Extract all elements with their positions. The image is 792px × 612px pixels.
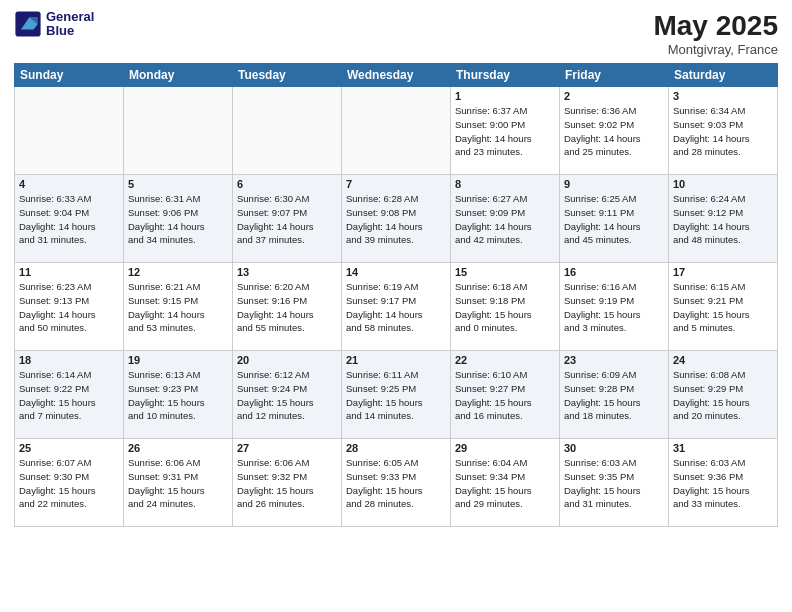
table-row: 14Sunrise: 6:19 AM Sunset: 9:17 PM Dayli…	[342, 263, 451, 351]
day-info: Sunrise: 6:11 AM Sunset: 9:25 PM Dayligh…	[346, 368, 446, 423]
day-number: 12	[128, 266, 228, 278]
table-row: 27Sunrise: 6:06 AM Sunset: 9:32 PM Dayli…	[233, 439, 342, 527]
table-row: 24Sunrise: 6:08 AM Sunset: 9:29 PM Dayli…	[669, 351, 778, 439]
table-row: 31Sunrise: 6:03 AM Sunset: 9:36 PM Dayli…	[669, 439, 778, 527]
day-number: 9	[564, 178, 664, 190]
day-number: 17	[673, 266, 773, 278]
day-info: Sunrise: 6:24 AM Sunset: 9:12 PM Dayligh…	[673, 192, 773, 247]
day-number: 3	[673, 90, 773, 102]
day-number: 29	[455, 442, 555, 454]
day-info: Sunrise: 6:18 AM Sunset: 9:18 PM Dayligh…	[455, 280, 555, 335]
month-year: May 2025	[653, 10, 778, 42]
day-info: Sunrise: 6:10 AM Sunset: 9:27 PM Dayligh…	[455, 368, 555, 423]
logo-icon	[14, 10, 42, 38]
calendar-week-row: 1Sunrise: 6:37 AM Sunset: 9:00 PM Daylig…	[15, 87, 778, 175]
col-sunday: Sunday	[15, 64, 124, 87]
col-tuesday: Tuesday	[233, 64, 342, 87]
day-number: 24	[673, 354, 773, 366]
day-number: 15	[455, 266, 555, 278]
day-info: Sunrise: 6:13 AM Sunset: 9:23 PM Dayligh…	[128, 368, 228, 423]
day-number: 7	[346, 178, 446, 190]
day-info: Sunrise: 6:05 AM Sunset: 9:33 PM Dayligh…	[346, 456, 446, 511]
table-row: 5Sunrise: 6:31 AM Sunset: 9:06 PM Daylig…	[124, 175, 233, 263]
day-info: Sunrise: 6:04 AM Sunset: 9:34 PM Dayligh…	[455, 456, 555, 511]
calendar-week-row: 25Sunrise: 6:07 AM Sunset: 9:30 PM Dayli…	[15, 439, 778, 527]
day-info: Sunrise: 6:03 AM Sunset: 9:35 PM Dayligh…	[564, 456, 664, 511]
logo: General Blue	[14, 10, 94, 39]
day-number: 23	[564, 354, 664, 366]
table-row	[124, 87, 233, 175]
table-row: 3Sunrise: 6:34 AM Sunset: 9:03 PM Daylig…	[669, 87, 778, 175]
table-row	[342, 87, 451, 175]
day-info: Sunrise: 6:25 AM Sunset: 9:11 PM Dayligh…	[564, 192, 664, 247]
table-row: 19Sunrise: 6:13 AM Sunset: 9:23 PM Dayli…	[124, 351, 233, 439]
day-number: 5	[128, 178, 228, 190]
col-monday: Monday	[124, 64, 233, 87]
calendar-header-row: Sunday Monday Tuesday Wednesday Thursday…	[15, 64, 778, 87]
table-row: 16Sunrise: 6:16 AM Sunset: 9:19 PM Dayli…	[560, 263, 669, 351]
location: Montgivray, France	[653, 42, 778, 57]
day-number: 11	[19, 266, 119, 278]
day-info: Sunrise: 6:15 AM Sunset: 9:21 PM Dayligh…	[673, 280, 773, 335]
col-friday: Friday	[560, 64, 669, 87]
col-saturday: Saturday	[669, 64, 778, 87]
day-number: 10	[673, 178, 773, 190]
table-row: 8Sunrise: 6:27 AM Sunset: 9:09 PM Daylig…	[451, 175, 560, 263]
day-number: 22	[455, 354, 555, 366]
day-info: Sunrise: 6:06 AM Sunset: 9:31 PM Dayligh…	[128, 456, 228, 511]
col-wednesday: Wednesday	[342, 64, 451, 87]
table-row: 9Sunrise: 6:25 AM Sunset: 9:11 PM Daylig…	[560, 175, 669, 263]
table-row: 11Sunrise: 6:23 AM Sunset: 9:13 PM Dayli…	[15, 263, 124, 351]
table-row: 2Sunrise: 6:36 AM Sunset: 9:02 PM Daylig…	[560, 87, 669, 175]
day-info: Sunrise: 6:30 AM Sunset: 9:07 PM Dayligh…	[237, 192, 337, 247]
day-info: Sunrise: 6:21 AM Sunset: 9:15 PM Dayligh…	[128, 280, 228, 335]
day-info: Sunrise: 6:33 AM Sunset: 9:04 PM Dayligh…	[19, 192, 119, 247]
day-info: Sunrise: 6:31 AM Sunset: 9:06 PM Dayligh…	[128, 192, 228, 247]
day-number: 26	[128, 442, 228, 454]
calendar-table: Sunday Monday Tuesday Wednesday Thursday…	[14, 63, 778, 527]
table-row: 28Sunrise: 6:05 AM Sunset: 9:33 PM Dayli…	[342, 439, 451, 527]
table-row: 20Sunrise: 6:12 AM Sunset: 9:24 PM Dayli…	[233, 351, 342, 439]
table-row: 22Sunrise: 6:10 AM Sunset: 9:27 PM Dayli…	[451, 351, 560, 439]
table-row: 29Sunrise: 6:04 AM Sunset: 9:34 PM Dayli…	[451, 439, 560, 527]
day-info: Sunrise: 6:03 AM Sunset: 9:36 PM Dayligh…	[673, 456, 773, 511]
day-info: Sunrise: 6:16 AM Sunset: 9:19 PM Dayligh…	[564, 280, 664, 335]
day-number: 28	[346, 442, 446, 454]
day-number: 31	[673, 442, 773, 454]
day-number: 14	[346, 266, 446, 278]
day-number: 13	[237, 266, 337, 278]
table-row: 13Sunrise: 6:20 AM Sunset: 9:16 PM Dayli…	[233, 263, 342, 351]
table-row: 4Sunrise: 6:33 AM Sunset: 9:04 PM Daylig…	[15, 175, 124, 263]
day-info: Sunrise: 6:19 AM Sunset: 9:17 PM Dayligh…	[346, 280, 446, 335]
day-number: 16	[564, 266, 664, 278]
day-info: Sunrise: 6:27 AM Sunset: 9:09 PM Dayligh…	[455, 192, 555, 247]
day-info: Sunrise: 6:12 AM Sunset: 9:24 PM Dayligh…	[237, 368, 337, 423]
col-thursday: Thursday	[451, 64, 560, 87]
table-row: 6Sunrise: 6:30 AM Sunset: 9:07 PM Daylig…	[233, 175, 342, 263]
day-number: 18	[19, 354, 119, 366]
day-number: 4	[19, 178, 119, 190]
day-number: 8	[455, 178, 555, 190]
table-row: 23Sunrise: 6:09 AM Sunset: 9:28 PM Dayli…	[560, 351, 669, 439]
header: General Blue May 2025 Montgivray, France	[14, 10, 778, 57]
table-row: 10Sunrise: 6:24 AM Sunset: 9:12 PM Dayli…	[669, 175, 778, 263]
day-info: Sunrise: 6:36 AM Sunset: 9:02 PM Dayligh…	[564, 104, 664, 159]
day-number: 1	[455, 90, 555, 102]
calendar-week-row: 11Sunrise: 6:23 AM Sunset: 9:13 PM Dayli…	[15, 263, 778, 351]
day-number: 27	[237, 442, 337, 454]
day-info: Sunrise: 6:20 AM Sunset: 9:16 PM Dayligh…	[237, 280, 337, 335]
table-row: 18Sunrise: 6:14 AM Sunset: 9:22 PM Dayli…	[15, 351, 124, 439]
day-info: Sunrise: 6:23 AM Sunset: 9:13 PM Dayligh…	[19, 280, 119, 335]
day-number: 30	[564, 442, 664, 454]
table-row: 26Sunrise: 6:06 AM Sunset: 9:31 PM Dayli…	[124, 439, 233, 527]
table-row: 17Sunrise: 6:15 AM Sunset: 9:21 PM Dayli…	[669, 263, 778, 351]
day-info: Sunrise: 6:28 AM Sunset: 9:08 PM Dayligh…	[346, 192, 446, 247]
day-number: 20	[237, 354, 337, 366]
page: General Blue May 2025 Montgivray, France…	[0, 0, 792, 612]
table-row	[233, 87, 342, 175]
table-row: 15Sunrise: 6:18 AM Sunset: 9:18 PM Dayli…	[451, 263, 560, 351]
table-row: 30Sunrise: 6:03 AM Sunset: 9:35 PM Dayli…	[560, 439, 669, 527]
day-info: Sunrise: 6:14 AM Sunset: 9:22 PM Dayligh…	[19, 368, 119, 423]
day-number: 2	[564, 90, 664, 102]
table-row	[15, 87, 124, 175]
